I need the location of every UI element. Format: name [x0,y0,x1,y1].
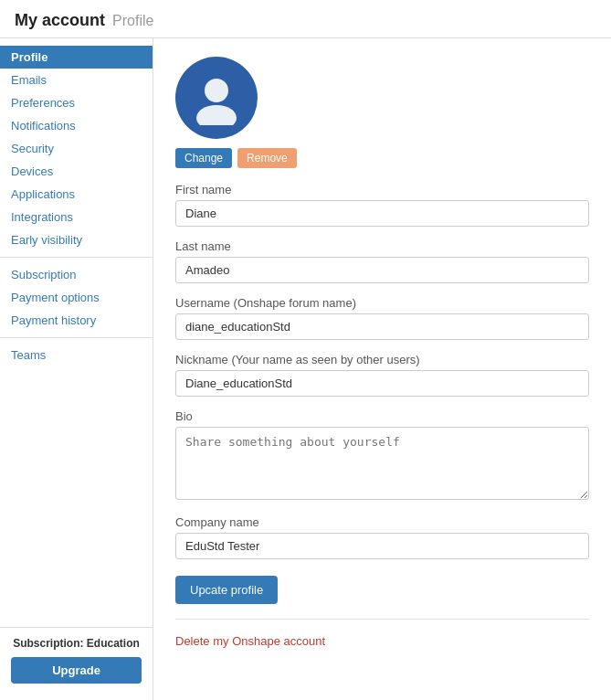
nickname-group: Nickname (Your name as seen by other use… [175,353,589,397]
sidebar-item-preferences[interactable]: Preferences [0,91,153,114]
avatar [175,57,258,139]
profile-divider [175,619,589,620]
page-header: My account Profile [0,0,611,38]
sidebar-bottom: Subscription: Education Upgrade [0,627,153,693]
last-name-input[interactable] [175,257,589,283]
company-group: Company name [175,515,589,559]
sidebar: Profile Emails Preferences Notifications… [0,38,153,700]
company-label: Company name [175,515,589,529]
sidebar-item-security[interactable]: Security [0,137,153,160]
remove-avatar-button[interactable]: Remove [237,148,297,168]
bio-group: Bio [175,409,589,503]
username-input[interactable] [175,313,589,340]
sidebar-item-profile[interactable]: Profile [0,46,153,69]
first-name-label: First name [175,183,589,196]
sidebar-item-teams[interactable]: Teams [0,344,153,366]
last-name-group: Last name [175,239,589,283]
my-account-title: My account [15,11,105,30]
company-input[interactable] [175,533,589,559]
avatar-buttons: Change Remove [175,148,297,168]
svg-point-0 [205,79,228,102]
username-group: Username (Onshape forum name) [175,296,589,340]
sidebar-item-devices[interactable]: Devices [0,160,153,183]
last-name-label: Last name [175,239,589,253]
change-avatar-button[interactable]: Change [175,148,232,168]
sidebar-item-subscription[interactable]: Subscription [0,263,153,286]
bio-label: Bio [175,409,589,423]
upgrade-button[interactable]: Upgrade [11,657,142,684]
main-layout: Profile Emails Preferences Notifications… [0,38,611,700]
sidebar-item-notifications[interactable]: Notifications [0,114,153,137]
sidebar-item-integrations[interactable]: Integrations [0,206,153,228]
sidebar-item-early-visibility[interactable]: Early visibility [0,228,153,251]
subscription-label: Subscription: Education [11,637,142,650]
sidebar-item-emails[interactable]: Emails [0,69,153,91]
sidebar-divider-2 [0,337,153,338]
profile-breadcrumb: Profile [112,13,153,29]
sidebar-item-payment-history[interactable]: Payment history [0,309,153,332]
bio-textarea[interactable] [175,427,589,500]
avatar-section: Change Remove [175,57,589,168]
sidebar-item-applications[interactable]: Applications [0,183,153,206]
update-profile-button[interactable]: Upcate profile [175,576,278,604]
nickname-input[interactable] [175,370,589,397]
nickname-label: Nickname (Your name as seen by other use… [175,353,589,366]
delete-account-link[interactable]: Delete my Onshape account [175,634,325,648]
first-name-input[interactable] [175,200,589,227]
username-label: Username (Onshape forum name) [175,296,589,310]
main-content: Change Remove First name Last name Usern… [153,38,611,700]
first-name-group: First name [175,183,589,227]
sidebar-divider-1 [0,257,153,258]
sidebar-item-payment-options[interactable]: Payment options [0,286,153,309]
avatar-icon [189,70,244,125]
svg-point-1 [196,105,237,125]
